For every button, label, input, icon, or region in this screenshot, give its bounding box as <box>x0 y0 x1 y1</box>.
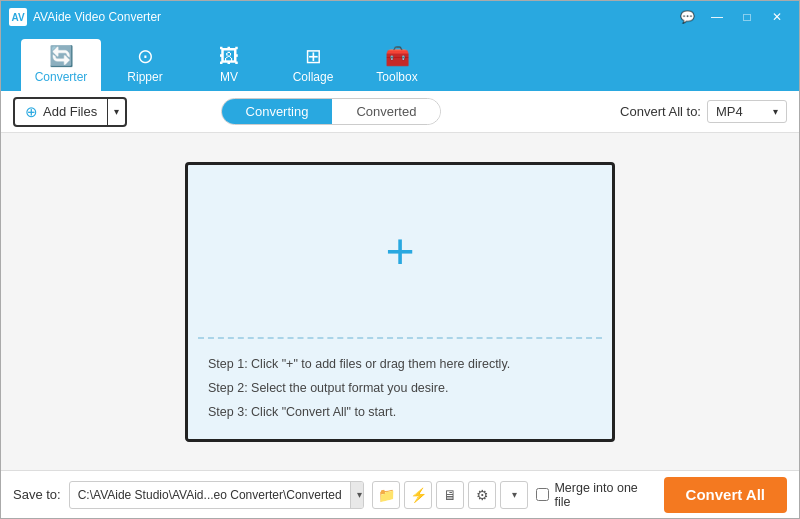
format-dropdown-arrow: ▾ <box>773 106 778 117</box>
bottom-icons: 📁 ⚡ 🖥 ⚙ ▾ <box>372 481 528 509</box>
maximize-button[interactable]: □ <box>733 7 761 27</box>
ripper-icon: ⊙ <box>137 46 154 66</box>
merge-checkbox-input[interactable] <box>536 488 549 501</box>
mv-icon: 🖼 <box>219 46 239 66</box>
add-files-button[interactable]: ⊕ Add Files ▾ <box>13 97 127 127</box>
step-2-text: Step 2: Select the output format you des… <box>208 377 592 401</box>
step-3-text: Step 3: Click "Convert All" to start. <box>208 401 592 425</box>
toolbox-icon: 🧰 <box>385 46 410 66</box>
convert-all-to: Convert All to: MP4 ▾ <box>620 100 787 123</box>
nav-item-collage[interactable]: ⊞ Collage <box>273 39 353 91</box>
convert-all-to-label: Convert All to: <box>620 104 701 119</box>
message-button[interactable]: 💬 <box>673 7 701 27</box>
merge-checkbox[interactable]: Merge into one file <box>536 481 655 509</box>
drop-zone-top: + <box>188 165 612 338</box>
title-bar: AV AVAide Video Converter 💬 — □ ✕ <box>1 1 799 33</box>
nav-label-mv: MV <box>220 70 238 84</box>
save-path-dropdown-arrow[interactable]: ▾ <box>350 482 365 508</box>
title-bar-controls: 💬 — □ ✕ <box>673 7 791 27</box>
toolbar: ⊕ Add Files ▾ Converting Converted Conve… <box>1 91 799 133</box>
minimize-button[interactable]: — <box>703 7 731 27</box>
tab-converting[interactable]: Converting <box>222 99 333 124</box>
nav-label-collage: Collage <box>293 70 334 84</box>
app-icon: AV <box>9 8 27 26</box>
add-files-main: ⊕ Add Files <box>15 99 108 125</box>
flash-icon-button[interactable]: ⚡ <box>404 481 432 509</box>
arrow-icon-button[interactable]: ▾ <box>500 481 528 509</box>
plus-circle-icon: ⊕ <box>25 103 38 121</box>
add-files-label: Add Files <box>43 104 97 119</box>
format-selected-label: MP4 <box>716 104 743 119</box>
close-button[interactable]: ✕ <box>763 7 791 27</box>
app-title: AVAide Video Converter <box>33 10 161 24</box>
nav-item-ripper[interactable]: ⊙ Ripper <box>105 39 185 91</box>
add-files-plus-icon: + <box>385 226 414 276</box>
save-to-label: Save to: <box>13 487 61 502</box>
convert-all-button[interactable]: Convert All <box>664 477 787 513</box>
nav-item-toolbox[interactable]: 🧰 Toolbox <box>357 39 437 91</box>
format-dropdown[interactable]: MP4 ▾ <box>707 100 787 123</box>
drop-zone-steps: Step 1: Click "+" to add files or drag t… <box>188 339 612 438</box>
nav-item-mv[interactable]: 🖼 MV <box>189 39 269 91</box>
step-1-text: Step 1: Click "+" to add files or drag t… <box>208 353 592 377</box>
nav-label-ripper: Ripper <box>127 70 162 84</box>
save-path-text: C:\AVAide Studio\AVAid...eo Converter\Co… <box>70 488 350 502</box>
folder-icon-button[interactable]: 📁 <box>372 481 400 509</box>
converter-icon: 🔄 <box>49 46 74 66</box>
settings-icon-button[interactable]: ⚙ <box>468 481 496 509</box>
screen-icon-button[interactable]: 🖥 <box>436 481 464 509</box>
merge-label: Merge into one file <box>554 481 655 509</box>
nav-bar: 🔄 Converter ⊙ Ripper 🖼 MV ⊞ Collage 🧰 To… <box>1 33 799 91</box>
tab-converted[interactable]: Converted <box>332 99 440 124</box>
collage-icon: ⊞ <box>305 46 322 66</box>
drop-zone[interactable]: + Step 1: Click "+" to add files or drag… <box>185 162 615 442</box>
nav-item-converter[interactable]: 🔄 Converter <box>21 39 101 91</box>
main-content: + Step 1: Click "+" to add files or drag… <box>1 133 799 470</box>
nav-label-toolbox: Toolbox <box>376 70 417 84</box>
nav-label-converter: Converter <box>35 70 88 84</box>
bottom-bar: Save to: C:\AVAide Studio\AVAid...eo Con… <box>1 470 799 518</box>
save-path-box: C:\AVAide Studio\AVAid...eo Converter\Co… <box>69 481 365 509</box>
tab-group: Converting Converted <box>221 98 442 125</box>
title-bar-left: AV AVAide Video Converter <box>9 8 161 26</box>
add-files-dropdown-arrow[interactable]: ▾ <box>108 99 125 125</box>
